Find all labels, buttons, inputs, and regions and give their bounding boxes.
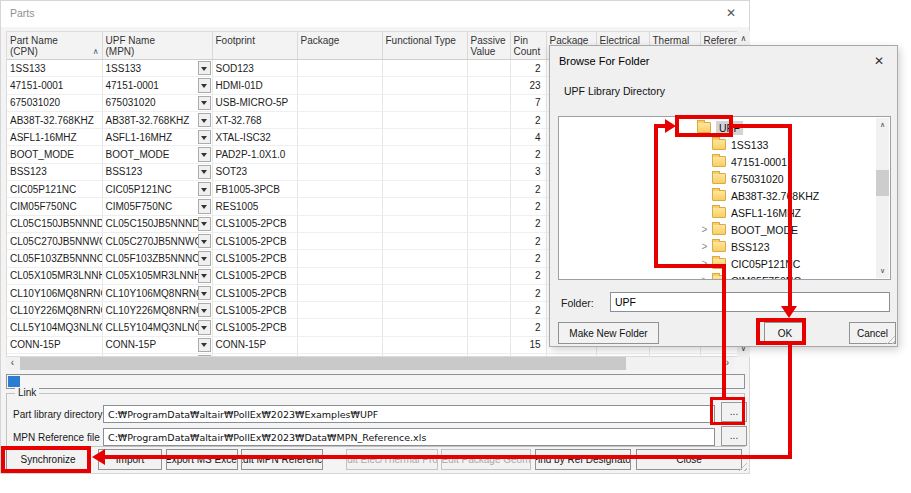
functional-type-cell[interactable] (382, 250, 467, 267)
footprint-cell[interactable]: HDMI-01D (212, 77, 297, 94)
footprint-cell[interactable]: CONN-15P (212, 336, 297, 353)
pin-count-cell[interactable]: 7 (510, 94, 546, 111)
package-cell[interactable] (297, 215, 382, 232)
footprint-cell[interactable]: CLS1005-2PCB (212, 215, 297, 232)
passive-value-cell[interactable] (467, 111, 510, 128)
mpn-dropdown-button[interactable] (198, 234, 211, 248)
tree-item-675031020[interactable]: 675031020 (559, 170, 875, 187)
expander-icon[interactable]: > (697, 241, 712, 252)
scroll-right-icon[interactable]: › (721, 357, 734, 370)
passive-value-cell[interactable] (467, 129, 510, 146)
upf-name-cell[interactable]: CLL5Y104MQ3NLNC (102, 319, 212, 336)
mpn-dropdown-button[interactable] (198, 286, 211, 300)
package-cell[interactable] (297, 77, 382, 94)
footprint-cell[interactable]: USB-MICRO-5P (212, 94, 297, 111)
passive-value-cell[interactable] (467, 77, 510, 94)
footprint-cell[interactable]: XTAL-ISC32 (212, 129, 297, 146)
package-cell[interactable] (297, 94, 382, 111)
part-name-cell[interactable]: 675031020 (7, 94, 102, 111)
part-name-cell[interactable]: CLL5Y104MQ3NLNC (7, 319, 102, 336)
mpn-dropdown-button[interactable] (198, 303, 211, 317)
upf-name-cell[interactable]: CL05F103ZB5NNNC (102, 250, 212, 267)
scroll-down-icon[interactable]: ∨ (876, 264, 889, 278)
part-name-cell[interactable]: BSS123 (7, 163, 102, 180)
browse-part-library-button[interactable]: ... (721, 402, 747, 422)
part-name-cell[interactable]: CIM05F750NC (7, 198, 102, 215)
passive-value-cell[interactable] (467, 284, 510, 301)
mpn-dropdown-button[interactable] (198, 61, 211, 75)
close-icon[interactable]: ✕ (723, 5, 739, 21)
pin-count-cell[interactable]: 2 (510, 181, 546, 198)
passive-value-cell[interactable] (467, 250, 510, 267)
pin-count-cell[interactable]: 2 (510, 146, 546, 163)
upf-name-cell[interactable]: CONN-15P (102, 336, 212, 353)
column-header-passive-value[interactable]: Passive Value (467, 32, 510, 60)
tree-item-boot-mode[interactable]: >BOOT_MODE (559, 221, 875, 238)
scroll-up-icon[interactable]: ∧ (876, 118, 889, 132)
footprint-cell[interactable]: CLS1005-2PCB (212, 302, 297, 319)
pin-count-cell[interactable]: 2 (510, 250, 546, 267)
functional-type-cell[interactable] (382, 232, 467, 249)
footprint-cell[interactable]: PAD2P-1.0X1.0 (212, 146, 297, 163)
package-cell[interactable] (297, 336, 382, 353)
lower-scrollbar-thumb[interactable] (8, 376, 20, 387)
pin-count-cell[interactable]: 2 (510, 302, 546, 319)
functional-type-cell[interactable] (382, 163, 467, 180)
mpn-dropdown-button[interactable] (198, 96, 211, 110)
mpn-dropdown-button[interactable] (198, 251, 211, 265)
horizontal-scrollbar-thumb[interactable] (20, 357, 626, 370)
upf-name-cell[interactable]: CIC05P121NC (102, 181, 212, 198)
part-name-cell[interactable]: CONN-15P (7, 336, 102, 353)
package-cell[interactable] (297, 250, 382, 267)
pin-count-cell[interactable]: 23 (510, 77, 546, 94)
passive-value-cell[interactable] (467, 267, 510, 284)
functional-type-cell[interactable] (382, 60, 467, 77)
upf-name-cell[interactable]: BOOT_MODE (102, 146, 212, 163)
mpn-dropdown-button[interactable] (198, 320, 211, 334)
pin-count-cell[interactable]: 2 (510, 215, 546, 232)
close-button[interactable]: Close (636, 449, 742, 470)
tree-item-1ss133[interactable]: 1SS133 (559, 136, 875, 153)
column-header-package[interactable]: Package (297, 32, 382, 60)
footprint-cell[interactable]: SOT23 (212, 163, 297, 180)
tree-item-47151-0001[interactable]: 47151-0001 (559, 153, 875, 170)
part-name-cell[interactable]: CL05F103ZB5NNNC (7, 250, 102, 267)
mpn-dropdown-button[interactable] (198, 78, 211, 92)
package-cell[interactable] (297, 284, 382, 301)
functional-type-cell[interactable] (382, 302, 467, 319)
tree-scrollbar[interactable]: ∧ ∨ (876, 118, 889, 278)
pin-count-cell[interactable]: 2 (510, 319, 546, 336)
passive-value-cell[interactable] (467, 163, 510, 180)
upf-name-cell[interactable]: CL05X105MR3LNNH (102, 267, 212, 284)
part-name-cell[interactable]: BOOT_MODE (7, 146, 102, 163)
mpn-dropdown-button[interactable] (198, 165, 211, 179)
mpn-dropdown-button[interactable] (198, 182, 211, 196)
part-name-cell[interactable]: CL05X105MR3LNNH (7, 267, 102, 284)
pin-count-cell[interactable]: 4 (510, 129, 546, 146)
footprint-cell[interactable]: CLS1005-2PCB (212, 250, 297, 267)
package-cell[interactable] (297, 198, 382, 215)
tree-item-upf[interactable]: UPF (559, 119, 875, 136)
export-ms-excel-button[interactable]: Export MS Excel (166, 449, 238, 470)
passive-value-cell[interactable] (467, 232, 510, 249)
upf-name-cell[interactable]: ASFL1-16MHZ (102, 129, 212, 146)
ok-button[interactable]: OK (764, 322, 806, 344)
package-cell[interactable] (297, 129, 382, 146)
mpn-dropdown-button[interactable] (198, 113, 211, 127)
browse-mpn-reference-button[interactable]: ... (721, 426, 747, 446)
footprint-cell[interactable]: XT-32.768 (212, 111, 297, 128)
functional-type-cell[interactable] (382, 215, 467, 232)
part-name-cell[interactable]: CL05C150JB5NNND (7, 215, 102, 232)
passive-value-cell[interactable] (467, 94, 510, 111)
upf-name-cell[interactable]: 1SS133 (102, 60, 212, 77)
pin-count-cell[interactable]: 15 (510, 336, 546, 353)
part-name-cell[interactable]: ASFL1-16MHZ (7, 129, 102, 146)
synchronize-button[interactable]: Synchronize (6, 449, 90, 470)
upf-name-cell[interactable]: CL10Y106MQ8NRNC (102, 284, 212, 301)
upf-name-cell[interactable]: CL05C150JB5NNND (102, 215, 212, 232)
passive-value-cell[interactable] (467, 215, 510, 232)
package-cell[interactable] (297, 111, 382, 128)
import-button[interactable]: Import (98, 449, 162, 470)
footprint-cell[interactable]: SOD123 (212, 60, 297, 77)
find-by-ref-designator-button[interactable]: Find by Ref Designator (535, 449, 631, 470)
